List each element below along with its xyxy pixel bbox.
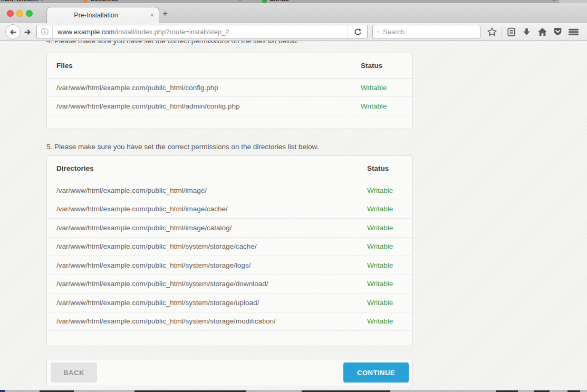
file-path: /var/www/html/example.com/public_html/ad…: [47, 102, 361, 110]
url-domain: www.example.com: [57, 28, 114, 36]
status-badge: Writable: [367, 280, 412, 288]
download-icon: [522, 27, 532, 37]
files-permissions-panel: Files Status /var/www/html/example.com/p…: [46, 53, 413, 129]
browser-toolbar: ⓘ www.example.com/install/index.php?rout…: [0, 23, 587, 41]
page-viewport: 4. Please make sure you have set the cor…: [0, 41, 587, 390]
background-bottom-fragment: [0, 390, 5, 392]
background-tab-close-icon: ×: [238, 0, 242, 3]
tab-close-icon[interactable]: ×: [150, 11, 154, 19]
menu-button[interactable]: [567, 27, 580, 37]
installer-container: 4. Please make sure you have set the cor…: [46, 41, 413, 386]
directory-path: /var/www/html/example.com/public_html/sy…: [47, 242, 367, 250]
status-badge: Writable: [367, 242, 412, 250]
window-zoom-button[interactable]: [26, 10, 33, 17]
status-badge: Writable: [367, 299, 412, 307]
status-badge: Writable: [361, 102, 412, 110]
search-bar[interactable]: [372, 25, 480, 39]
back-arrow-icon: [8, 27, 18, 37]
search-input[interactable]: [383, 28, 476, 36]
directory-path: /var/www/html/example.com/public_html/sy…: [47, 261, 367, 269]
background-tab-close-icon: ×: [553, 0, 556, 3]
background-tabstrip-edge: [558, 0, 587, 3]
panel-bottom-padding: [47, 331, 412, 346]
table-row: /var/www/html/example.com/public_html/co…: [47, 79, 412, 97]
background-tab-fragment: GitHub: [270, 0, 289, 2]
status-badge: Writable: [361, 84, 412, 92]
status-badge: Writable: [367, 317, 412, 325]
tab-title: Pre-Installation: [47, 12, 145, 19]
files-table-header: Files Status: [47, 53, 412, 79]
background-tab-favicon: [262, 0, 267, 3]
toolbar-divider: [502, 27, 502, 37]
wizard-buttons-panel: BACK CONTINUE: [46, 359, 413, 386]
panel-bottom-padding: [47, 115, 412, 129]
status-badge: Writable: [367, 224, 412, 232]
file-path: /var/www/html/example.com/public_html/co…: [47, 84, 361, 92]
back-button[interactable]: [5, 24, 21, 40]
url-text[interactable]: www.example.com/install/index.php?route=…: [53, 28, 348, 36]
step-5-instruction: 5. Please make sure you have set the cor…: [46, 143, 413, 151]
home-button[interactable]: [536, 27, 548, 37]
bookmarks-list-button[interactable]: [505, 27, 517, 37]
status-header-label: Status: [361, 62, 412, 70]
clipboard-list-icon: [506, 27, 516, 37]
background-window-tabstrip: hant=linode... × BoxOffice × GitHub ×: [0, 0, 587, 3]
toolbar-icons: [486, 27, 582, 37]
search-icon: [377, 28, 379, 36]
window-minimize-button[interactable]: [16, 10, 23, 17]
pocket-icon: [553, 27, 563, 37]
hamburger-icon: [568, 27, 579, 37]
back-button-page[interactable]: BACK: [51, 362, 97, 383]
new-tab-button[interactable]: +: [162, 8, 168, 19]
table-row: /var/www/html/example.com/public_html/im…: [47, 181, 412, 200]
pocket-button[interactable]: [552, 27, 564, 37]
directory-path: /var/www/html/example.com/public_html/im…: [47, 187, 367, 194]
reload-button[interactable]: [348, 25, 367, 38]
directory-path: /var/www/html/example.com/public_html/sy…: [47, 317, 367, 325]
table-row: /var/www/html/example.com/public_html/ad…: [47, 97, 412, 115]
files-header-label: Files: [47, 62, 361, 70]
browser-titlebar: Pre-Installation × +: [0, 3, 587, 23]
continue-button[interactable]: CONTINUE: [343, 362, 409, 383]
status-header-label: Status: [367, 164, 412, 172]
table-row: /var/www/html/example.com/public_html/sy…: [47, 293, 412, 312]
directory-path: /var/www/html/example.com/public_html/im…: [47, 224, 367, 232]
directory-path: /var/www/html/example.com/public_html/im…: [47, 205, 367, 213]
table-row: /var/www/html/example.com/public_html/sy…: [47, 312, 412, 331]
bookmark-star-button[interactable]: [486, 27, 498, 37]
downloads-button[interactable]: [521, 27, 533, 37]
background-tab-fragment: BoxOffice: [91, 0, 118, 2]
reload-icon: [353, 28, 362, 36]
site-info-icon[interactable]: ⓘ: [37, 25, 53, 38]
forward-button[interactable]: [21, 25, 34, 39]
window-close-button[interactable]: [7, 10, 14, 17]
background-tab-favicon: [83, 0, 88, 3]
directory-path: /var/www/html/example.com/public_html/sy…: [47, 280, 367, 288]
forward-arrow-icon: [23, 27, 32, 37]
directories-table-header: Directories Status: [47, 156, 412, 181]
tab-pre-installation[interactable]: Pre-Installation ×: [46, 7, 159, 23]
status-badge: Writable: [367, 261, 412, 269]
background-tab-close-icon: ×: [41, 0, 44, 3]
status-badge: Writable: [367, 187, 412, 194]
url-path: /install/index.php?route=install/step_2: [114, 28, 229, 36]
table-row: /var/www/html/example.com/public_html/sy…: [47, 238, 412, 257]
url-bar[interactable]: ⓘ www.example.com/install/index.php?rout…: [36, 25, 368, 39]
star-icon: [487, 27, 497, 37]
status-badge: Writable: [367, 205, 412, 213]
background-window-bottomstrip: [0, 390, 587, 392]
directory-path: /var/www/html/example.com/public_html/sy…: [47, 299, 367, 307]
table-row: /var/www/html/example.com/public_html/sy…: [47, 256, 412, 275]
table-row: /var/www/html/example.com/public_html/im…: [47, 219, 412, 238]
background-tab-fragment: hant=linode...: [1, 0, 39, 2]
table-row: /var/www/html/example.com/public_html/im…: [47, 200, 412, 219]
directories-permissions-panel: Directories Status /var/www/html/example…: [46, 155, 413, 346]
directories-header-label: Directories: [47, 164, 367, 172]
step-4-instruction: 4. Please make sure you have set the cor…: [46, 41, 299, 45]
home-icon: [537, 27, 547, 37]
table-row: /var/www/html/example.com/public_html/sy…: [47, 275, 412, 294]
